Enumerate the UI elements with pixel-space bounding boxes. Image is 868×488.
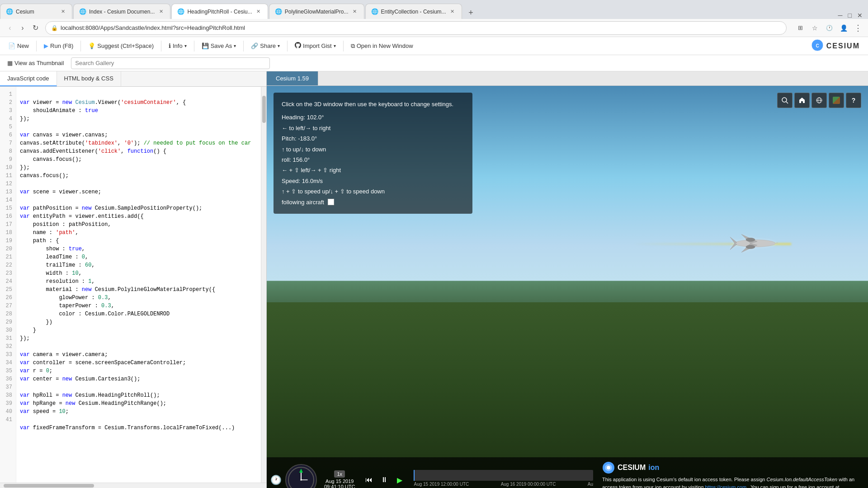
code-area: 123 456 789 101112 131415 161718 192021 … <box>0 87 266 483</box>
tab-close-2[interactable]: ✕ <box>157 8 165 15</box>
back-button[interactable]: ‹ <box>4 22 16 34</box>
info-icon: ℹ <box>169 42 171 49</box>
reload-button[interactable]: ↻ <box>29 22 42 34</box>
browser-tab-polyline[interactable]: 🌐 PolylineGlowMaterialPro... ✕ <box>269 4 364 19</box>
code-horiz-thumb[interactable] <box>4 484 94 488</box>
play-button[interactable]: ▶ <box>393 473 406 487</box>
up-down-hint: ↑ to up/↓ to down <box>282 144 464 155</box>
svg-point-5 <box>782 98 787 102</box>
tab-label-5: EntityCollection - Cesium... <box>381 9 446 15</box>
home-cesium-button[interactable] <box>794 93 810 108</box>
tab-label-1: Cesium <box>16 9 57 15</box>
timeline-needle <box>414 470 415 481</box>
toolbar-sep-2 <box>80 41 81 52</box>
line-numbers: 123 456 789 101112 131415 161718 192021 … <box>0 87 16 483</box>
tab-close-3[interactable]: ✕ <box>255 8 262 15</box>
new-tab-button[interactable]: + <box>465 6 477 19</box>
open-window-icon: ⧉ <box>351 42 355 50</box>
tab-close-5[interactable]: ✕ <box>449 8 456 15</box>
timeline-time: 09:41:10 UTC <box>324 484 355 488</box>
timeline-end-label: Aug 16 2019 00:00:00 UTC <box>501 482 556 487</box>
import-gist-button[interactable]: Import Gist <box>290 39 340 53</box>
browser-tab-heading-pitch-roll[interactable]: 🌐 HeadingPitchRoll - Cesiu... ✕ <box>171 4 268 19</box>
timeline-area: Aug 15 2019 12:00:00 UTC Aug 16 2019 00:… <box>410 470 597 488</box>
timeline-bar[interactable] <box>414 470 593 481</box>
tab-favicon-1: 🌐 <box>6 8 13 15</box>
code-horizontal-scrollbar[interactable] <box>0 483 266 488</box>
tab-label-2: Index - Cesium Documen... <box>89 9 155 15</box>
roll-row: roll: 156.0° <box>282 155 464 165</box>
tab-close-1[interactable]: ✕ <box>59 8 66 15</box>
tab-favicon-3: 🌐 <box>177 8 184 15</box>
heading-value: 102.0° <box>307 114 324 121</box>
code-scroll-thumb[interactable] <box>262 96 266 123</box>
following-label: following aircraft <box>282 197 324 207</box>
timeline-start-label: Aug 15 2019 12:00:00 UTC <box>414 482 469 487</box>
search-gallery-input[interactable] <box>71 57 270 69</box>
tab-close-4[interactable]: ✕ <box>351 8 359 15</box>
speed-hint: ↑ + ⇧ to speed up/↓ + ⇧ to speed down <box>282 186 464 197</box>
roll-value: 156.0° <box>293 156 310 163</box>
translate-button[interactable]: ⊞ <box>794 22 807 34</box>
help-cesium-button[interactable]: ? <box>846 93 861 108</box>
forward-button[interactable]: › <box>16 22 29 34</box>
browser-tab-cesium[interactable]: 🌐 Cesium ✕ <box>0 4 72 19</box>
cesium-bottom-bar: 🕐 1x Aug 15 2019 <box>267 457 868 488</box>
new-icon: 📄 <box>8 42 15 49</box>
save-as-button[interactable]: 💾 Save As <box>197 39 241 53</box>
clock-icon[interactable]: 🕐 <box>270 474 282 485</box>
globe-cesium-button[interactable] <box>811 93 827 108</box>
map-cesium-button[interactable] <box>829 93 844 108</box>
lock-icon: 🔒 <box>51 25 58 31</box>
bookmark-button[interactable]: ☆ <box>808 22 821 34</box>
tab-html-css[interactable]: HTML body & CSS <box>57 71 121 86</box>
cesium-3d-view[interactable]: Click on the 3D window then use the keyb… <box>267 86 868 488</box>
thumbnail-icon: ▦ <box>7 60 13 66</box>
code-vertical-scrollbar[interactable] <box>261 87 266 483</box>
pitch-label: Pitch: <box>282 135 297 142</box>
profile-button[interactable]: 👤 <box>837 22 850 34</box>
cesium-tab[interactable]: Cesium 1.59 <box>267 71 318 85</box>
minimize-button[interactable]: ─ <box>838 12 843 19</box>
svg-point-4 <box>746 245 755 249</box>
info-button[interactable]: ℹ Info <box>164 39 191 53</box>
pause-button[interactable]: ⏸ <box>377 473 391 487</box>
menu-button[interactable]: ⋮ <box>852 22 864 34</box>
ion-notice-main: This application is using Cesium's defau… <box>602 477 766 482</box>
tab-label-3: HeadingPitchRoll - Cesiu... <box>187 9 252 15</box>
svg-text:C: C <box>816 43 819 48</box>
ion-logo-ion: ion <box>648 464 659 472</box>
playback-controls: ⏮ ⏸ ▶ <box>359 473 410 487</box>
following-checkbox[interactable] <box>328 199 334 205</box>
share-button[interactable]: 🔗 Share <box>246 39 284 53</box>
timeline-labels: Aug 15 2019 12:00:00 UTC Aug 16 2019 00:… <box>410 482 597 487</box>
browser-tab-entity[interactable]: 🌐 EntityCollection - Cesium... ✕ <box>365 4 462 19</box>
cesium-logo-text: CESIUM <box>826 42 860 50</box>
heading-row: Heading: 102.0° <box>282 112 464 122</box>
open-new-window-button[interactable]: ⧉ Open in New Window <box>346 39 418 53</box>
speed-row: Speed: 16.0m/s <box>282 176 464 186</box>
ion-logo-cesium: CESIUM <box>618 464 646 472</box>
main-toolbar: 📄 New ▶ Run (F8) 💡 Suggest (Ctrl+Space) … <box>0 37 868 55</box>
prev-button[interactable]: ⏮ <box>362 473 376 487</box>
ion-notice-3: . You can sign up for a free ion account… <box>748 484 839 488</box>
run-button[interactable]: ▶ Run (F8) <box>39 39 78 53</box>
code-content[interactable]: var viewer = new Cesium.Viewer('cesiumCo… <box>16 87 261 483</box>
cesium-logo: C CESIUM <box>807 37 864 55</box>
browser-tab-index[interactable]: 🌐 Index - Cesium Documen... ✕ <box>73 4 170 19</box>
svg-point-3 <box>746 238 755 242</box>
timeline-date: Aug 15 2019 <box>326 479 354 484</box>
cesium-logo-icon: C <box>811 39 824 53</box>
tab-label-4: PolylineGlowMaterialPro... <box>285 9 349 15</box>
tab-javascript[interactable]: JavaScript code <box>0 71 57 86</box>
suggest-icon: 💡 <box>88 42 95 49</box>
suggest-button[interactable]: 💡 Suggest (Ctrl+Space) <box>84 39 158 53</box>
address-bar[interactable]: 🔒 localhost:8080/Apps/Sandcastle/index.h… <box>45 21 787 35</box>
close-button[interactable]: ✕ <box>857 12 863 19</box>
ion-link[interactable]: https://cesium.com <box>705 484 746 488</box>
search-cesium-button[interactable] <box>777 93 793 108</box>
view-thumbnail-button[interactable]: ▦ View as Thumbnail <box>4 58 67 68</box>
history-button[interactable]: 🕐 <box>823 22 835 34</box>
maximize-button[interactable]: □ <box>848 12 852 19</box>
new-button[interactable]: 📄 New <box>4 39 33 53</box>
